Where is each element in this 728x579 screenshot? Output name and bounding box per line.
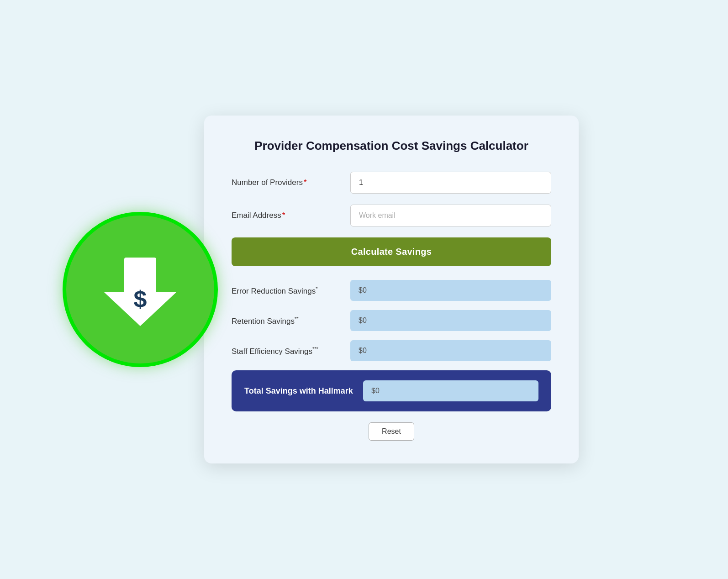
email-label: Email Address*: [232, 211, 350, 220]
results-section: Error Reduction Savings* $0 Retention Sa…: [232, 280, 551, 361]
retention-row: Retention Savings** $0: [232, 310, 551, 331]
error-reduction-value: $0: [350, 280, 551, 301]
savings-icon-circle: $: [63, 212, 218, 367]
retention-superscript: **: [295, 316, 299, 321]
reset-button[interactable]: Reset: [369, 422, 414, 441]
page-title: Provider Compensation Cost Savings Calcu…: [232, 138, 551, 154]
error-reduction-row: Error Reduction Savings* $0: [232, 280, 551, 301]
total-savings-value: $0: [363, 380, 538, 401]
staff-efficiency-superscript: ***: [312, 346, 318, 352]
providers-input[interactable]: [350, 172, 551, 194]
dollar-sign-icon: $: [134, 287, 147, 311]
email-required-star: *: [282, 211, 285, 220]
error-reduction-label: Error Reduction Savings*: [232, 286, 350, 296]
error-reduction-superscript: *: [316, 286, 317, 291]
retention-label: Retention Savings**: [232, 316, 350, 326]
email-input[interactable]: [350, 205, 551, 226]
staff-efficiency-label: Staff Efficiency Savings***: [232, 346, 350, 356]
email-row: Email Address*: [232, 205, 551, 226]
reset-row: Reset: [232, 422, 551, 441]
total-savings-bar: Total Savings with Hallmark $0: [232, 370, 551, 411]
providers-row: Number of Providers*: [232, 172, 551, 194]
staff-efficiency-row: Staff Efficiency Savings*** $0: [232, 340, 551, 361]
providers-required-star: *: [304, 178, 307, 187]
staff-efficiency-value: $0: [350, 340, 551, 361]
retention-value: $0: [350, 310, 551, 331]
total-savings-label: Total Savings with Hallmark: [244, 386, 363, 396]
form-section: Number of Providers* Email Address*: [232, 172, 551, 226]
arrow-down-dollar-icon: $: [104, 253, 177, 326]
calculator-card: Provider Compensation Cost Savings Calcu…: [204, 116, 579, 464]
providers-label: Number of Providers*: [232, 178, 350, 187]
calculate-savings-button[interactable]: Calculate Savings: [232, 237, 551, 266]
